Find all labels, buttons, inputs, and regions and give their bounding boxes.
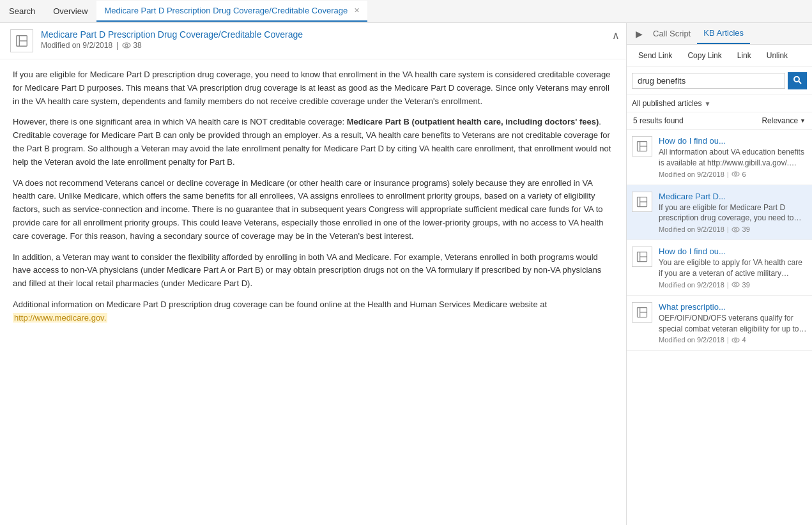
article-paragraph-2: However, there is one significant area i… [13, 116, 613, 169]
svg-point-11 [734, 173, 737, 176]
medicare-gov-link[interactable]: http://www.medicare.gov. [13, 313, 107, 323]
filter-dropdown-icon[interactable]: ▼ [704, 100, 710, 107]
link-button[interactable]: Link [731, 49, 758, 63]
meta-sep: | [727, 171, 729, 178]
result-item[interactable]: How do I find ou... You are eligible to … [627, 240, 812, 296]
result-date: Modified on 9/2/2018 [659, 225, 724, 233]
result-content: How do I find ou... You are eligible to … [659, 247, 807, 289]
copy-link-button[interactable]: Copy Link [681, 49, 728, 63]
results-sort[interactable]: Relevance ▼ [762, 116, 806, 125]
result-views: 6 [742, 171, 746, 178]
unlink-button[interactable]: Unlink [760, 49, 794, 63]
nav-search[interactable]: Search [0, 1, 44, 21]
svg-point-15 [732, 227, 739, 232]
panel-filter-row: All published articles ▼ [627, 95, 812, 112]
right-panel: ▶ Call Script KB Articles Send Link Copy… [627, 23, 812, 525]
svg-point-5 [794, 77, 799, 82]
meta-sep: | [727, 225, 729, 233]
meta-sep: | [727, 281, 729, 289]
svg-point-26 [734, 339, 737, 342]
article-area: Medicare Part D Prescription Drug Covera… [0, 23, 627, 525]
kb-search-input[interactable] [632, 73, 785, 89]
sort-icon: ▼ [800, 118, 806, 124]
nav-tab-active[interactable]: Medicare Part D Prescription Drug Covera… [96, 1, 367, 22]
article-meta: Modified on 9/2/2018 | 38 [41, 41, 616, 50]
eye-icon [732, 282, 740, 287]
result-icon [632, 136, 652, 156]
result-date: Modified on 9/2/2018 [659, 171, 724, 178]
article-title-group: Medicare Part D Prescription Drug Covera… [41, 29, 616, 50]
meta-sep: | [727, 336, 729, 344]
result-title: How do I find ou... [659, 247, 807, 256]
nav-overview[interactable]: Overview [44, 1, 96, 21]
result-snippet: All information about VA education benef… [659, 147, 807, 169]
svg-point-4 [125, 44, 128, 47]
result-icon [632, 192, 652, 212]
article-header: Medicare Part D Prescription Drug Covera… [0, 23, 626, 59]
svg-point-25 [732, 338, 739, 342]
kb-search-button[interactable] [788, 72, 807, 89]
svg-line-6 [799, 82, 802, 84]
result-snippet: You are eligible to apply for VA health … [659, 257, 807, 279]
result-snippet: OEF/OIF/OND/OFS veterans qualify for spe… [659, 313, 807, 335]
results-count: 5 results found [633, 116, 684, 125]
article-modified-date: Modified on 9/2/2018 [41, 41, 112, 50]
result-meta: Modified on 9/2/2018 | 39 [659, 281, 807, 289]
result-item[interactable]: What prescriptio... OEF/OIF/OND/OFS vete… [627, 296, 812, 351]
results-list: How do I find ou... All information abou… [627, 130, 812, 525]
article-book-icon [10, 29, 33, 52]
panel-results-bar: 5 results found Relevance ▼ [627, 112, 812, 130]
result-item[interactable]: How do I find ou... All information abou… [627, 130, 812, 185]
result-icon [632, 247, 652, 267]
svg-point-10 [732, 172, 739, 176]
result-meta: Modified on 9/2/2018 | 4 [659, 336, 807, 344]
result-views: 39 [742, 281, 750, 289]
eye-icon [732, 171, 740, 177]
tab-call-script[interactable]: Call Script [647, 24, 697, 43]
tab-close-icon[interactable]: ✕ [354, 6, 360, 15]
result-snippet: If you are eligible for Medicare Part D … [659, 202, 807, 224]
main-layout: Medicare Part D Prescription Drug Covera… [0, 23, 812, 525]
result-meta: Modified on 9/2/2018 | 6 [659, 171, 807, 178]
svg-point-21 [734, 284, 737, 286]
filter-label: All published articles [632, 99, 701, 108]
result-views: 4 [742, 336, 746, 344]
article-body: If you are eligible for Medicare Part D … [0, 59, 626, 342]
panel-search-row [627, 67, 812, 95]
meta-separator-1: | [116, 41, 118, 50]
result-content: How do I find ou... All information abou… [659, 136, 807, 178]
top-navigation: Search Overview Medicare Part D Prescrip… [0, 0, 812, 23]
result-title: Medicare Part D... [659, 192, 807, 201]
result-content: What prescriptio... OEF/OIF/OND/OFS vete… [659, 302, 807, 344]
result-date: Modified on 9/2/2018 [659, 281, 724, 289]
result-title: What prescriptio... [659, 302, 807, 312]
result-date: Modified on 9/2/2018 [659, 336, 724, 344]
send-link-button[interactable]: Send Link [632, 49, 678, 63]
result-item[interactable]: Medicare Part D... If you are eligible f… [627, 185, 812, 241]
result-views: 39 [742, 225, 750, 233]
result-meta: Modified on 9/2/2018 | 39 [659, 225, 807, 233]
panel-toolbar: Send Link Copy Link Link Unlink [627, 45, 812, 67]
article-paragraph-3: VA does not recommend Veterans cancel or… [13, 177, 613, 243]
tab-kb-articles[interactable]: KB Articles [697, 23, 750, 44]
result-icon [632, 302, 652, 323]
svg-point-3 [123, 43, 130, 48]
nav-tab-label: Medicare Part D Prescription Drug Covera… [104, 6, 348, 15]
svg-point-20 [732, 282, 739, 287]
result-content: Medicare Part D... If you are eligible f… [659, 192, 807, 234]
svg-point-16 [734, 228, 737, 231]
eye-icon [732, 337, 740, 343]
article-paragraph-4: In addition, a Veteran may want to consi… [13, 251, 613, 291]
article-paragraph-1: If you are eligible for Medicare Part D … [13, 68, 613, 108]
article-views: 38 [122, 41, 141, 50]
article-title: Medicare Part D Prescription Drug Covera… [41, 29, 616, 40]
article-paragraph-5: Additional information on Medicare Part … [13, 298, 613, 325]
eye-icon [732, 227, 740, 232]
panel-expand-icon[interactable]: ▶ [632, 29, 647, 39]
panel-tabs-bar: ▶ Call Script KB Articles [627, 23, 812, 45]
result-title: How do I find ou... [659, 136, 807, 146]
collapse-button[interactable]: ∧ [612, 29, 620, 42]
